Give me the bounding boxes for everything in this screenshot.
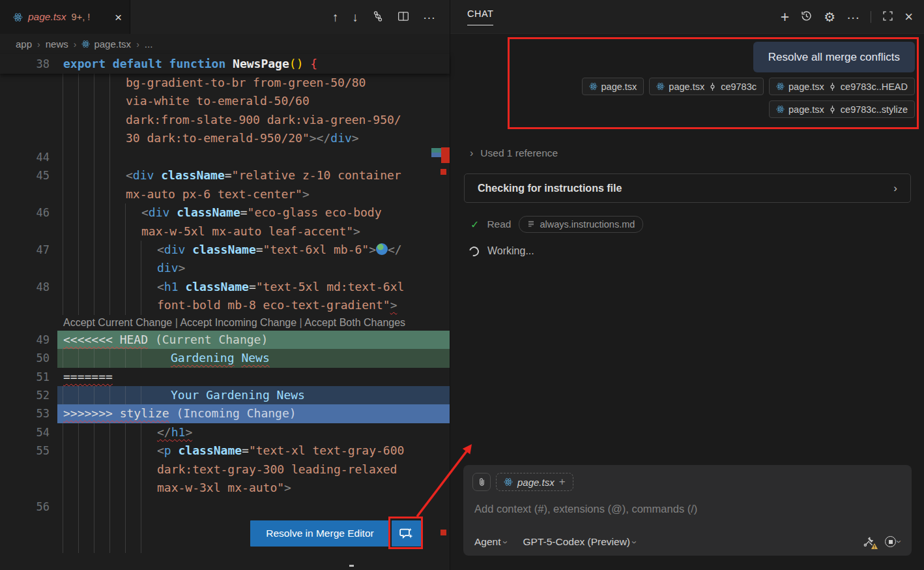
- context-chip[interactable]: page.tsxce9783c: [649, 78, 764, 95]
- globe-emoji: [376, 243, 388, 255]
- line-number: [0, 74, 57, 92]
- line-number: [0, 535, 57, 553]
- code-line[interactable]: font-bold mb-8 eco-text-gradient">: [0, 296, 450, 314]
- new-chat-icon[interactable]: +: [781, 10, 789, 25]
- react-icon: [776, 82, 785, 91]
- code-line[interactable]: 48<h1 className="text-5xl md:text-6xl: [0, 278, 450, 296]
- git-commit-icon: [828, 82, 837, 91]
- code-line[interactable]: 51=======: [0, 368, 450, 386]
- line-number: [0, 92, 57, 110]
- code-line[interactable]: max-w-3xl mx-auto">: [0, 479, 450, 497]
- line-number: [0, 516, 57, 534]
- code-line[interactable]: 56: [0, 498, 450, 516]
- code-line[interactable]: mx-auto px-6 text-center">: [0, 185, 450, 203]
- code-line[interactable]: dark:from-slate-900 dark:via-green-950/: [0, 111, 450, 129]
- codelens-action[interactable]: Accept Both Changes: [304, 317, 405, 328]
- user-request-bubble: Resolve all merge conflicts: [753, 42, 915, 72]
- code-line[interactable]: 52Your Gardening News: [0, 386, 450, 404]
- split-editor-icon[interactable]: [397, 10, 409, 24]
- code-line[interactable]: 55<p className="text-xl text-gray-600: [0, 442, 450, 460]
- input-action-icons: ›: [863, 535, 901, 548]
- code-line[interactable]: 44: [0, 148, 450, 166]
- line-number: [0, 259, 57, 277]
- used-references-toggle[interactable]: › Used 1 reference: [470, 147, 558, 159]
- code-line[interactable]: via-white to-emerald-50/60: [0, 92, 450, 110]
- line-number: 48: [0, 278, 57, 296]
- agent-mode-dropdown[interactable]: Agent ›: [474, 536, 508, 548]
- tab-close-icon[interactable]: ×: [115, 11, 122, 23]
- context-chip[interactable]: page.tsxce9783c..HEAD: [769, 78, 915, 95]
- line-number: 53: [0, 404, 57, 423]
- react-icon: [13, 12, 23, 22]
- chat-toolbar: + ⚙ ··· ×: [781, 0, 913, 34]
- code-line[interactable]: dark:text-gray-300 leading-relaxed: [0, 460, 450, 479]
- chat-input-placeholder[interactable]: Add context (#), extensions (@), command…: [474, 503, 697, 515]
- tab-problems-badge: 9+, !: [72, 12, 91, 22]
- checking-instructions-panel[interactable]: Checking for instructions file ›: [464, 173, 911, 203]
- close-icon[interactable]: ×: [904, 10, 913, 24]
- code-line[interactable]: 49<<<<<<< HEAD (Current Change): [0, 331, 450, 349]
- context-chip[interactable]: page.tsx: [582, 78, 644, 95]
- file-icon: [527, 220, 535, 228]
- request-context-chips: page.tsxpage.tsxce9783cpage.tsxce9783c..…: [520, 78, 915, 118]
- copilot-chat-sparkle-icon: [399, 526, 414, 541]
- stop-request-button[interactable]: ›: [885, 536, 901, 547]
- line-number: 38: [0, 54, 57, 74]
- tab-chat[interactable]: CHAT: [467, 8, 493, 25]
- react-icon: [589, 82, 598, 91]
- editor-pane: page.tsx 9+, ! × ↑ ↓ ··· app › news › pa…: [0, 0, 450, 570]
- current-file-context-chip[interactable]: page.tsx +: [496, 473, 573, 491]
- git-compare-icon[interactable]: [372, 10, 384, 24]
- next-change-icon[interactable]: ↓: [353, 11, 359, 23]
- attach-context-button[interactable]: [472, 473, 491, 491]
- model-dropdown[interactable]: GPT-5-Codex (Preview) ›: [523, 536, 637, 548]
- editor-toolbar: ↑ ↓ ···: [332, 0, 435, 34]
- tab-page-tsx[interactable]: page.tsx 9+, ! ×: [0, 0, 130, 34]
- codelens-action[interactable]: Accept Incoming Change: [180, 317, 296, 328]
- code-line[interactable]: 47<div className="text-6xl mb-6"></: [0, 241, 450, 259]
- more-actions-icon[interactable]: ···: [423, 11, 435, 23]
- code-line[interactable]: max-w-5xl mx-auto leaf-accent">: [0, 222, 450, 241]
- line-number: 44: [0, 148, 57, 166]
- code-editor: bg-gradient-to-br from-green-50/80via-wh…: [0, 74, 450, 553]
- chat-input-container[interactable]: page.tsx + Add context (#), extensions (…: [463, 465, 912, 556]
- line-number: [0, 479, 57, 497]
- code-line[interactable]: 45<div className="relative z-10 containe…: [0, 166, 450, 185]
- code-line[interactable]: 53>>>>>>> stylize (Incoming Change): [0, 404, 450, 423]
- code-line[interactable]: 30 dark:to-emerald-950/20"></div>: [0, 129, 450, 147]
- more-actions-icon[interactable]: ···: [846, 10, 859, 23]
- maximize-icon[interactable]: [882, 10, 893, 23]
- code-line[interactable]: bg-gradient-to-br from-green-50/80: [0, 74, 450, 92]
- gear-icon[interactable]: ⚙: [824, 10, 835, 23]
- code-line[interactable]: 54</h1>: [0, 423, 450, 442]
- instructions-file-chip[interactable]: always.instructions.md: [519, 216, 643, 233]
- previous-change-icon[interactable]: ↑: [332, 11, 339, 23]
- chevron-down-icon: ›: [894, 540, 905, 543]
- context-chip[interactable]: page.tsxce9783c..stylize: [769, 100, 915, 118]
- code-line[interactable]: 50Gardening News: [0, 349, 450, 367]
- code-line[interactable]: 46<div className="eco-glass eco-body: [0, 203, 450, 222]
- line-number: 54: [0, 423, 57, 442]
- line-number: 56: [0, 498, 57, 516]
- read-file-row: ✓ Read always.instructions.md: [470, 216, 643, 233]
- breadcrumb-news[interactable]: news: [46, 38, 68, 50]
- line-number: [0, 460, 57, 479]
- line-number: 55: [0, 442, 57, 460]
- sticky-scroll-line[interactable]: 38 export default function NewsPage() {: [0, 54, 450, 74]
- breadcrumb-symbol[interactable]: ...: [145, 38, 153, 50]
- breadcrumb-app[interactable]: app: [16, 38, 32, 50]
- react-icon: [81, 40, 90, 48]
- editor-tab-bar: page.tsx 9+, ! × ↑ ↓ ···: [0, 0, 450, 34]
- code-line[interactable]: div>: [0, 259, 450, 277]
- configure-tools-icon[interactable]: [863, 535, 876, 548]
- chevron-right-icon: ›: [136, 39, 139, 50]
- resolve-in-merge-editor-button[interactable]: Resolve in Merge Editor: [250, 520, 390, 547]
- mode-row: Agent › GPT-5-Codex (Preview) ›: [474, 536, 637, 548]
- history-icon[interactable]: [800, 10, 813, 24]
- resolve-with-copilot-button[interactable]: [392, 520, 421, 547]
- line-number: 52: [0, 386, 57, 404]
- codelens-action[interactable]: Accept Current Change: [63, 317, 172, 328]
- breadcrumb-file[interactable]: page.tsx: [81, 38, 131, 50]
- chevron-right-icon: ›: [893, 182, 897, 195]
- paperclip-icon: [477, 477, 487, 487]
